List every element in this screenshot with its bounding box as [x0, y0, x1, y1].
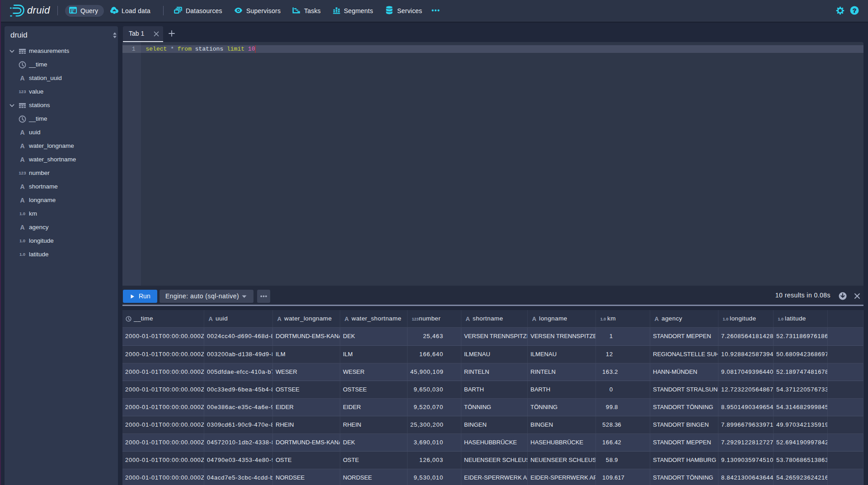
svg-text:?: ? [853, 7, 856, 14]
